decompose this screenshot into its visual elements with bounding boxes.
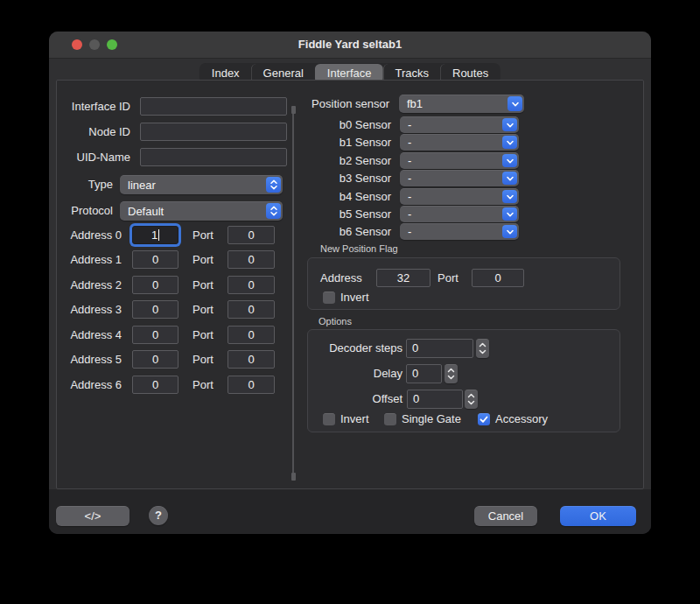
b3-sensor-label: b3 Sensor [284,170,391,186]
port-4-field[interactable]: 0 [228,326,275,344]
address-5-field[interactable]: 0 [132,350,178,369]
interface-id-label: Interface ID [57,97,130,116]
updown-chevron-icon [478,341,487,356]
b1-sensor-label: b1 Sensor [284,134,391,151]
npf-port-field[interactable]: 0 [472,269,524,287]
node-id-field[interactable] [140,123,287,141]
window-title: Fiddle Yard seltab1 [49,32,651,58]
offset-label: Offset [308,390,402,409]
port-3-field[interactable]: 0 [228,300,275,319]
address-0-label: Address 0 [57,226,122,244]
b2-sensor-label: b2 Sensor [284,152,391,169]
port-6-label: Port [192,376,214,394]
b6-sensor-combo[interactable]: - [400,223,519,240]
new-position-flag-title: New Position Flag [320,243,398,254]
address-2-field[interactable]: 0 [132,276,178,294]
port-5-field[interactable]: 0 [228,350,275,369]
single-gate-checkbox[interactable] [384,413,396,425]
chevron-down-icon [502,207,517,221]
decoder-steps-field[interactable]: 0 [406,339,473,358]
position-sensor-combo[interactable]: fb1 [399,95,524,113]
port-2-label: Port [192,276,214,294]
port-4-label: Port [192,326,214,344]
address-3-label: Address 3 [57,300,122,319]
type-label: Type [57,175,113,194]
port-1-label: Port [192,250,214,269]
address-5-label: Address 5 [57,350,122,369]
decoder-steps-stepper[interactable] [476,339,489,358]
code-view-button[interactable]: </> [56,506,130,526]
updown-chevron-icon [266,203,281,219]
type-popup[interactable]: linear [120,175,283,194]
b0-sensor-combo[interactable]: - [400,116,519,133]
address-0-field[interactable]: 1 [132,226,178,244]
address-2-label: Address 2 [57,276,122,294]
delay-field[interactable]: 0 [406,364,442,383]
delay-label: Delay [308,364,402,383]
b3-sensor-combo[interactable]: - [400,170,519,186]
port-6-field[interactable]: 0 [228,376,275,394]
chevron-down-icon [502,190,517,203]
npf-address-field[interactable]: 32 [376,269,430,287]
help-button[interactable]: ? [149,506,168,525]
port-3-label: Port [192,300,214,319]
address-4-label: Address 4 [57,326,122,344]
address-6-label: Address 6 [57,376,122,394]
accessory-checkbox[interactable] [478,413,490,425]
address-1-label: Address 1 [57,250,122,269]
b5-sensor-combo[interactable]: - [400,206,519,222]
npf-invert-label: Invert [340,291,369,304]
options-invert-label: Invert [340,412,369,425]
decoder-steps-label: Decoder steps [308,339,402,358]
single-gate-label: Single Gate [402,412,461,425]
chevron-down-icon [502,118,517,131]
options-group: Decoder steps 0 Delay 0 Offset 0 Invert [307,329,620,432]
updown-chevron-icon [266,177,281,193]
offset-field[interactable]: 0 [407,390,463,409]
port-1-field[interactable]: 0 [228,250,275,269]
b2-sensor-combo[interactable]: - [400,152,519,169]
uid-name-field[interactable] [140,148,287,166]
options-invert-checkbox[interactable] [323,413,335,425]
ok-button[interactable]: OK [560,506,636,526]
b4-sensor-label: b4 Sensor [284,188,391,205]
accessory-label: Accessory [495,412,548,425]
port-0-field[interactable]: 0 [228,226,275,244]
b4-sensor-combo[interactable]: - [400,188,519,205]
b1-sensor-combo[interactable]: - [400,134,519,151]
title-bar: Fiddle Yard seltab1 [49,32,651,59]
position-sensor-label: Position sensor [258,95,389,113]
address-3-field[interactable]: 0 [132,300,178,319]
node-id-label: Node ID [57,123,130,141]
dialog-window: Fiddle Yard seltab1 Index General Interf… [49,32,651,534]
offset-stepper[interactable] [465,390,478,409]
text-caret [158,229,159,241]
options-title: Options [318,316,352,327]
chevron-down-icon [502,136,517,149]
b6-sensor-label: b6 Sensor [284,223,391,240]
npf-invert-checkbox[interactable] [323,291,335,304]
port-2-field[interactable]: 0 [228,276,275,294]
chevron-down-icon [502,154,517,167]
chevron-down-icon [502,225,517,238]
updown-chevron-icon [466,391,476,407]
port-5-label: Port [192,350,214,369]
cancel-button[interactable]: Cancel [474,506,537,526]
uid-name-label: UID-Name [57,148,130,166]
address-4-field[interactable]: 0 [132,326,178,344]
chevron-down-icon [502,172,517,185]
npf-address-label: Address [320,269,362,287]
address-1-field[interactable]: 0 [132,250,178,269]
interface-tab-panel: Interface ID Node ID UID-Name Type linea… [56,80,644,489]
b0-sensor-label: b0 Sensor [284,116,391,133]
check-icon [479,414,489,425]
delay-stepper[interactable] [444,364,458,383]
npf-port-label: Port [438,269,458,287]
address-6-field[interactable]: 0 [132,376,178,394]
protocol-popup[interactable]: Default [120,201,283,221]
b5-sensor-label: b5 Sensor [284,206,391,222]
new-position-flag-group: Address 32 Port 0 Invert [307,257,620,310]
port-0-label: Port [192,226,214,244]
chevron-down-icon [508,96,522,111]
updown-chevron-icon [446,366,456,382]
